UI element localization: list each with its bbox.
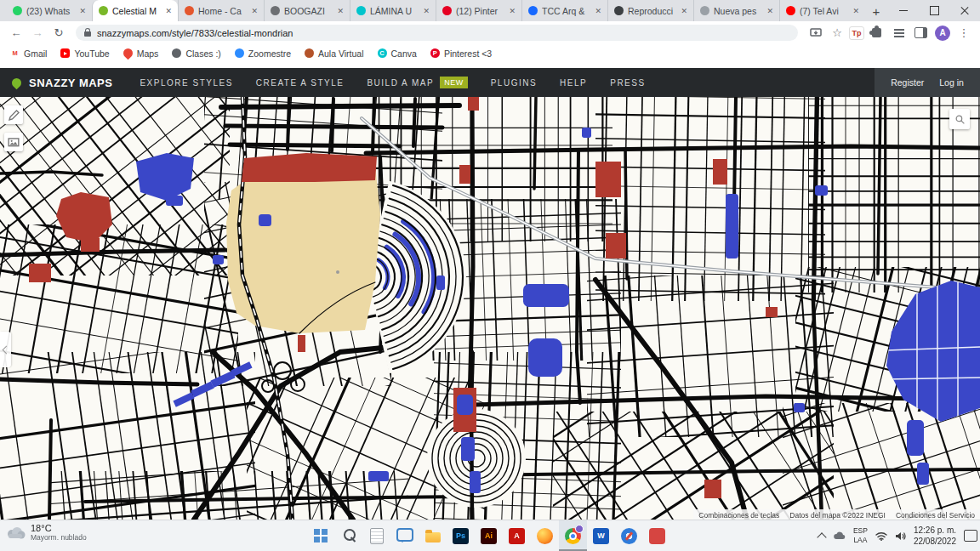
pinterest-favicon: P [430,48,440,58]
new-tab-button[interactable]: + [865,1,887,21]
bookmark-item[interactable]: MGmail [10,48,47,59]
weather-widget[interactable]: 18°C Mayorm. nublado [5,523,87,542]
sidebar-icon[interactable] [911,27,931,38]
map-canvas[interactable] [0,97,980,520]
log-in-link[interactable]: Log in [939,77,964,88]
language-indicator[interactable]: ESP LAA [853,526,868,544]
tab-close-icon[interactable]: ✕ [79,7,86,15]
documents-icon [370,528,384,544]
nav-item-plugins[interactable]: PLUGINS [491,78,537,88]
style-edit-button[interactable] [4,105,23,124]
taskbar-app-file-explorer[interactable] [419,520,447,551]
tab-label: LÁMINA U [370,6,419,16]
taskbar-app-chat[interactable] [390,520,419,551]
browser-tab[interactable]: (12) Pinter✕ [436,0,521,21]
bookmark-item[interactable]: Zoomestre [235,48,291,59]
bookmark-item[interactable]: YouTube [60,48,109,59]
taskbar-app-search[interactable] [334,520,362,551]
equalizer-icon[interactable] [889,29,909,37]
browser-tab[interactable]: TCC Arq &✕ [521,0,607,21]
browser-tab[interactable]: Reproducci✕ [607,0,693,21]
nav-item-label: CREATE A STYLE [256,78,345,88]
lock-icon [84,31,91,37]
tab-close-icon[interactable]: ✕ [681,7,687,15]
taskbar-app-firefox[interactable] [531,520,559,551]
bookmark-item[interactable]: PPinterest <3 [430,48,492,59]
browser-tab[interactable]: Nueva pes✕ [693,0,779,21]
site-logo[interactable]: SNAZZY MAPS [29,77,112,89]
address-bar[interactable]: snazzymaps.com/style/7833/celestial-mond… [76,25,798,41]
onedrive-cloud-icon[interactable] [833,531,846,540]
word-icon: W [593,528,609,544]
close-window-button[interactable] [949,0,980,21]
taskbar-app-safari[interactable] [615,520,643,551]
taskbar-app-word[interactable]: W [587,520,615,551]
profile-avatar[interactable]: A [935,26,950,41]
bookmark-item[interactable]: CCanva [378,48,417,59]
clock[interactable]: 12:26 p. m. 22/08/2022 [914,525,956,547]
taskbar-app-photoshop[interactable]: Ps [447,520,475,551]
maximize-button[interactable] [919,0,949,21]
taskbar-app-chrome[interactable] [559,520,587,551]
tab-close-icon[interactable]: ✕ [852,7,859,15]
minimize-icon [899,10,908,12]
nav-item-help[interactable]: HELP [560,78,587,88]
network-icon[interactable] [875,531,887,541]
task-view-icon [314,529,328,542]
new-badge: NEW [440,77,468,88]
browser-tab[interactable]: (23) Whats✕ [7,0,92,21]
tab-close-icon[interactable]: ✕ [766,7,773,15]
nav-item-build-a-map[interactable]: BUILD A MAPNEW [367,77,467,88]
bookmark-star-icon[interactable]: ☆ [828,26,846,39]
bookmark-label: Pinterest <3 [444,48,492,59]
install-icon[interactable] [806,28,825,38]
reload-button[interactable]: ↻ [49,26,68,39]
taskbar-app-adobe-red[interactable] [643,520,671,551]
browser-tab[interactable]: (7) Tel Avi✕ [779,0,865,21]
browser-toolbar: ← → ↻ snazzymaps.com/style/7833/celestia… [0,21,980,44]
browser-tab[interactable]: BOOGAZI✕ [264,0,350,21]
nav-item-label: PRESS [610,78,645,88]
site-header: SNAZZY MAPS EXPLORE STYLESCREATE A STYLE… [0,68,980,97]
back-button[interactable]: ← [7,26,26,39]
taskbar-app-task-view[interactable] [306,520,334,551]
menu-kebab-icon[interactable]: ⋮ [954,26,973,39]
taskbar-app-illustrator[interactable]: Ai [475,520,503,551]
photoshop-icon: Ps [453,528,469,544]
search-icon [344,529,356,541]
bookmark-item[interactable]: Aula Virtual [305,48,364,59]
browser-tab[interactable]: Celestial M✕ [92,0,178,21]
tray-expand-icon[interactable] [817,532,826,542]
chevron-left-icon [3,345,11,354]
tab-close-icon[interactable]: ✕ [595,7,601,15]
tab-close-icon[interactable]: ✕ [251,7,258,15]
map-search-button[interactable] [949,109,970,129]
nav-item-explore-styles[interactable]: EXPLORE STYLES [140,78,232,88]
nav-item-press[interactable]: PRESS [610,78,645,88]
system-tray: ESP LAA 12:26 p. m. 22/08/2022 [818,520,977,551]
tab-close-icon[interactable]: ✕ [423,7,430,15]
volume-icon[interactable] [895,531,906,541]
bookmark-item[interactable]: Maps [123,48,159,59]
tab-close-icon[interactable]: ✕ [337,7,344,15]
minimize-button[interactable] [888,0,919,21]
register-link[interactable]: Register [891,77,924,88]
maximize-icon [930,6,939,15]
browser-tab[interactable]: Home - Ca✕ [178,0,264,21]
illustrator-icon: Ai [481,528,497,544]
puzzle-icon[interactable] [867,28,886,37]
taskbar-app-acrobat[interactable]: A [503,520,531,551]
taskbar-app-documents[interactable] [362,520,390,551]
panel-collapse-handle[interactable] [0,332,11,367]
clases-favicon [172,48,181,58]
tab-close-icon[interactable]: ✕ [165,7,172,15]
forward-button[interactable]: → [28,26,47,39]
extension-tp-icon[interactable]: Tp [849,26,864,40]
bookmark-item[interactable]: Clases :) [172,48,220,59]
style-image-button[interactable] [4,133,23,151]
browser-tab[interactable]: LÁMINA U✕ [350,0,436,21]
taskbar-apps: PsAiAW [306,520,671,551]
notification-center-icon[interactable] [964,530,977,542]
tab-close-icon[interactable]: ✕ [509,7,516,15]
nav-item-create-a-style[interactable]: CREATE A STYLE [256,78,345,88]
